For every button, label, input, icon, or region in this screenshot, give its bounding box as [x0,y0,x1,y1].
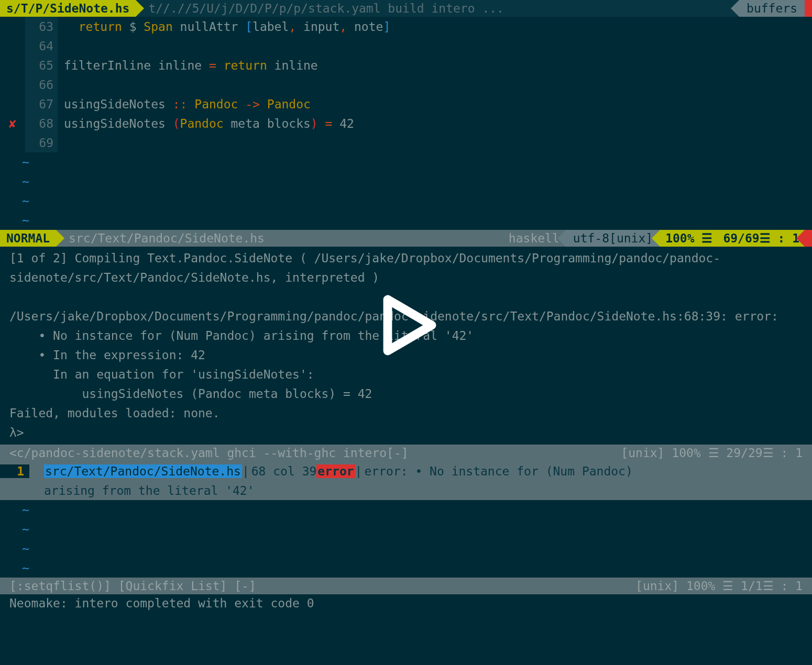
encoding: utf-8[unix] [566,230,660,247]
tilde-line: ~ [0,500,812,519]
code-content[interactable]: usingSideNotes (Pandoc meta blocks) = 42 [58,117,354,130]
quickfix-pane[interactable]: 1 src/Text/Pandoc/SideNote.hs | 68 col 3… [0,461,812,578]
code-line[interactable]: 66 [0,75,812,94]
statusline-main: NORMAL src/Text/Pandoc/SideNote.hs haske… [0,230,812,247]
terminal-position: [unix] 100% ☰ 29/29☰ : 1 [621,446,803,460]
line-number: 68 [25,114,58,133]
statusline-quickfix: [:setqflist()] [Quickfix List] [-] [unix… [0,578,812,594]
tabline: s/T/P/SideNote.hs t//.//5/U/j/D/D/P/p/p/… [0,0,812,17]
tab-error-indicator [805,0,812,17]
code-line[interactable]: ✘68usingSideNotes (Pandoc meta blocks) =… [0,114,812,133]
terminal-pane[interactable]: [1 of 2] Compiling Text.Pandoc.SideNote … [0,247,812,445]
tilde-line: ~ [0,191,812,210]
code-line[interactable]: 67usingSideNotes :: Pandoc -> Pandoc [0,94,812,114]
line-number: 64 [25,36,58,56]
qf-message-wrap: arising from the literal '42' [0,481,812,500]
qf-title: [:setqflist()] [Quickfix List] [-] [9,579,256,593]
tilde-line: ~ [0,519,812,539]
buffers-label[interactable]: buffers [739,0,805,17]
tab-inactive[interactable]: t//.//5/U/j/D/D/P/p/p/stack.yaml build i… [136,0,739,17]
line-number: 65 [25,56,58,75]
line-number: 69 [25,133,58,152]
code-line[interactable]: 65filterInline inline = return inline [0,56,812,75]
quickfix-entry[interactable]: 1 src/Text/Pandoc/SideNote.hs | 68 col 3… [0,461,812,481]
tilde-line: ~ [0,152,812,172]
gutter-sign: ✘ [0,117,25,130]
qf-position: [unix] 100% ☰ 1/1☰ : 1 [635,579,803,593]
statusline-terminal: <c/pandoc-sidenote/stack.yaml ghci --wit… [0,445,812,461]
mode-indicator: NORMAL [0,230,56,247]
code-line[interactable]: 64 [0,36,812,56]
tilde-line: ~ [0,172,812,191]
qf-error-tag: error [316,464,355,478]
tilde-line: ~ [0,210,812,230]
status-error-indicator [805,230,812,247]
qf-file: src/Text/Pandoc/SideNote.hs [44,464,242,478]
editor-pane[interactable]: 63 return $ Span nullAttr [label, input,… [0,17,812,230]
qf-sep: | [242,464,249,478]
tilde-line: ~ [0,539,812,558]
terminal-title: <c/pandoc-sidenote/stack.yaml ghci --wit… [9,446,409,460]
command-line[interactable]: Neomake: intero completed with exit code… [0,594,812,612]
code-line[interactable]: 69 [0,133,812,152]
position: 69/69☰ : 1 [718,230,805,247]
qf-location: 68 col 39 [249,464,317,478]
line-number: 63 [25,17,58,36]
qf-sep2: | [355,464,363,478]
qf-message: error: • No instance for (Num Pandoc) [362,464,632,478]
line-number: 66 [25,75,58,94]
code-content[interactable]: usingSideNotes :: Pandoc -> Pandoc [58,97,311,111]
file-path: src/Text/Pandoc/SideNote.hs [56,230,502,247]
line-number: 67 [25,94,58,114]
code-content[interactable]: filterInline inline = return inline [58,59,318,72]
percent: 100% ☰ [660,230,718,247]
code-line[interactable]: 63 return $ Span nullAttr [label, input,… [0,17,812,36]
qf-line-number: 1 [0,464,29,478]
tilde-line: ~ [0,558,812,578]
filetype: haskell [502,230,566,247]
code-content[interactable]: return $ Span nullAttr [label, input, no… [58,20,390,34]
tab-active[interactable]: s/T/P/SideNote.hs [0,0,136,17]
